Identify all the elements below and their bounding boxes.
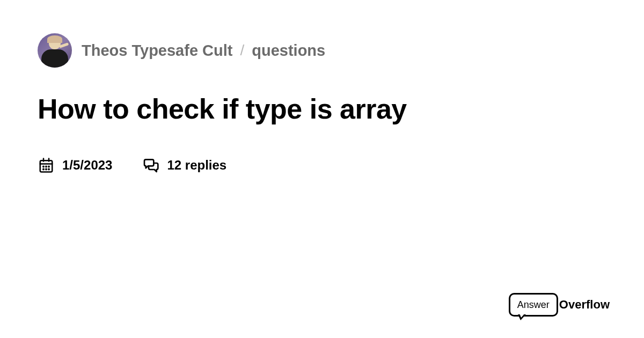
svg-point-6 xyxy=(48,166,49,167)
svg-point-4 xyxy=(43,166,44,167)
replies-meta: 12 replies xyxy=(142,157,226,174)
logo-text-overflow: Overflow xyxy=(559,298,610,312)
channel-name[interactable]: questions xyxy=(252,42,325,60)
date-meta: 1/5/2023 xyxy=(38,157,112,174)
question-title: How to check if type is array xyxy=(38,93,606,126)
question-meta: 1/5/2023 12 replies xyxy=(38,157,606,174)
community-avatar[interactable] xyxy=(38,33,72,68)
replies-text: 12 replies xyxy=(167,158,226,173)
breadcrumb: Theos Typesafe Cult / questions xyxy=(38,33,606,68)
community-name[interactable]: Theos Typesafe Cult xyxy=(82,42,232,60)
logo-bubble: Answer xyxy=(509,293,558,317)
replies-icon xyxy=(142,157,159,174)
svg-point-7 xyxy=(43,169,44,170)
answer-overflow-logo[interactable]: Answer Overflow xyxy=(509,293,610,317)
breadcrumb-separator: / xyxy=(240,42,244,59)
calendar-icon xyxy=(38,157,55,174)
logo-text-answer: Answer xyxy=(517,299,550,311)
date-text: 1/5/2023 xyxy=(62,158,112,173)
svg-point-9 xyxy=(48,169,49,170)
svg-point-5 xyxy=(46,166,47,167)
svg-point-8 xyxy=(46,169,47,170)
